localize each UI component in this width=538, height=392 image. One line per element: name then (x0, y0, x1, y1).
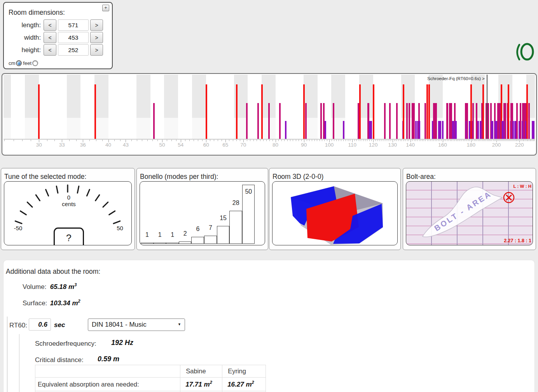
length-increment-button[interactable]: > (90, 19, 103, 31)
width-input[interactable] (58, 32, 89, 43)
mode-bar[interactable] (236, 84, 238, 139)
mode-bar[interactable] (505, 103, 506, 139)
mode-bar[interactable] (257, 103, 259, 139)
mode-bar[interactable] (415, 121, 417, 139)
mode-bar[interactable] (419, 121, 420, 139)
mode-bar[interactable] (396, 103, 398, 139)
room3d-canvas[interactable] (272, 181, 398, 245)
height-decrement-button[interactable]: < (44, 44, 56, 56)
mode-bar[interactable] (447, 103, 448, 139)
mode-bar[interactable] (482, 84, 484, 139)
axis-tick (54, 140, 55, 141)
mode-bar[interactable] (487, 103, 489, 139)
axis-tick (260, 140, 260, 141)
mode-bar[interactable] (476, 103, 477, 139)
axis-tick (522, 140, 522, 141)
mode-bar[interactable] (343, 121, 344, 139)
mode-bar[interactable] (246, 103, 248, 139)
mode-bar[interactable] (497, 103, 499, 139)
axis-tick (137, 140, 137, 141)
mode-bar[interactable] (323, 103, 325, 139)
mode-bar[interactable] (492, 121, 493, 139)
axis-tick (424, 140, 424, 141)
bonello-bar-label: 15 (217, 215, 230, 222)
axis-tick (435, 140, 435, 141)
mode-bar[interactable] (370, 121, 372, 139)
rt60-input[interactable] (29, 318, 51, 331)
mode-bar[interactable] (409, 103, 410, 139)
axis-tick (278, 140, 279, 141)
mode-bar[interactable] (261, 84, 263, 139)
axis-tick (76, 140, 77, 141)
mode-bar[interactable] (516, 103, 518, 139)
axis-tick (379, 140, 379, 141)
axis-tick (461, 140, 462, 141)
mode-bar[interactable] (38, 84, 40, 139)
cm-radio[interactable] (16, 60, 22, 66)
mode-bar[interactable] (285, 121, 286, 139)
bonello-bar-label: 6 (191, 226, 204, 233)
length-decrement-button[interactable]: < (44, 19, 56, 31)
axis-tick (339, 140, 339, 141)
mode-bar[interactable] (403, 84, 404, 139)
mode-bar[interactable] (153, 103, 155, 139)
mode-bar[interactable] (528, 103, 530, 139)
axis-tick (375, 140, 376, 141)
mode-bar[interactable] (333, 103, 334, 139)
axis-tick (427, 140, 428, 141)
axis-tick (400, 140, 400, 141)
width-increment-button[interactable]: > (90, 32, 103, 43)
axis-tick (287, 140, 288, 141)
mode-bar[interactable] (305, 103, 307, 139)
height-input[interactable] (58, 44, 89, 56)
rt60-preset-select[interactable]: DIN 18041 - Music ▼ (88, 318, 185, 331)
mode-bar[interactable] (94, 84, 96, 139)
mode-bar[interactable] (389, 103, 391, 139)
axis-tick (450, 140, 451, 141)
expand-button[interactable]: + (102, 5, 109, 11)
mode-bar[interactable] (320, 103, 322, 139)
mode-bar[interactable] (440, 121, 441, 139)
axis-tick (476, 140, 477, 141)
width-decrement-button[interactable]: < (44, 32, 56, 43)
room-ratio-marker-icon[interactable] (504, 192, 514, 203)
feet-radio[interactable] (32, 60, 38, 66)
mode-bar[interactable] (325, 121, 326, 139)
mode-bar[interactable] (520, 103, 521, 139)
mode-bar[interactable] (303, 84, 305, 139)
axis-tick (419, 140, 419, 141)
mode-bar[interactable] (413, 103, 415, 139)
axis-tick (185, 140, 185, 141)
mode-bar[interactable] (477, 121, 479, 139)
axis-tick (459, 140, 459, 141)
mode-bar[interactable] (466, 103, 468, 139)
mode-bar[interactable] (373, 84, 374, 139)
height-increment-button[interactable]: > (90, 44, 103, 56)
mode-bar[interactable] (523, 103, 525, 139)
mode-bar[interactable] (279, 103, 281, 139)
mode-bar[interactable] (384, 103, 386, 139)
axis-tick (341, 140, 341, 141)
mode-bar[interactable] (442, 121, 444, 139)
mode-bar[interactable] (428, 84, 430, 139)
mode-bar[interactable] (206, 84, 207, 139)
mode-bar[interactable] (359, 84, 361, 139)
mode-bar[interactable] (472, 103, 474, 139)
mode-bar[interactable] (508, 84, 509, 139)
chevron-down-icon: ▼ (178, 322, 181, 326)
mode-bar[interactable] (369, 121, 370, 139)
mode-bar[interactable] (526, 84, 528, 139)
mode-bar[interactable] (426, 84, 428, 139)
mode-bar[interactable] (512, 121, 514, 139)
mode-bar[interactable] (455, 121, 457, 139)
mode-bar[interactable] (424, 103, 426, 139)
axis-tick (359, 140, 359, 141)
mode-bar[interactable] (268, 103, 270, 139)
mode-bar[interactable] (533, 121, 535, 139)
mode-bar[interactable] (435, 103, 437, 139)
mode-bar[interactable] (406, 103, 408, 139)
axis-tick (530, 140, 531, 141)
axis-tick (14, 140, 14, 141)
length-input[interactable] (58, 19, 89, 31)
axis-tick (407, 140, 407, 141)
